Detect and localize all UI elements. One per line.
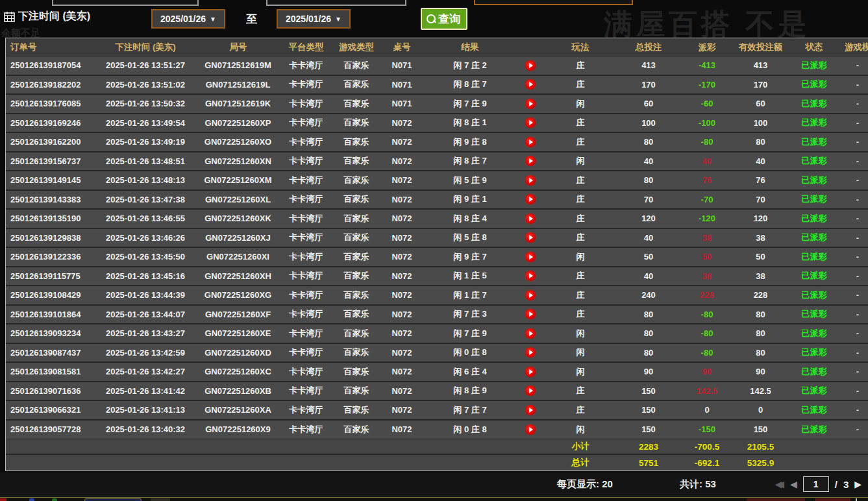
cell-result: 闲 6 庄 4 [425, 363, 515, 381]
replay-video-icon[interactable] [525, 175, 536, 186]
first-page-button[interactable]: ◀◀ [775, 479, 784, 489]
cell-platform: 卡卡湾厅 [279, 229, 334, 247]
cell-play-method: 闲 [545, 153, 616, 171]
cell-total-bet: 90 [616, 363, 681, 381]
pagination-footer: 每页显示: 20 共计: 53 ◀◀ ◀ 1 / 3 ▶ [0, 472, 868, 497]
cell-status: 已派彩 [788, 306, 840, 324]
cell-replay [515, 133, 545, 151]
pager: ◀◀ ◀ 1 / 3 ▶ [775, 476, 862, 492]
cell-order-no: 250126139143383 [6, 191, 93, 209]
replay-video-icon[interactable] [525, 328, 536, 339]
cell-order-no: 250126139176085 [6, 95, 93, 113]
cell-game-mode: - [840, 210, 868, 228]
cell-replay [515, 286, 545, 304]
cell-game-mode: - [840, 153, 868, 171]
cell-order-no: 250126139149145 [6, 171, 93, 189]
cell-bet-time: 2025-01-26 13:49:19 [93, 133, 197, 151]
cell-play-method: 庄 [545, 210, 616, 228]
cell-play-method: 庄 [545, 56, 616, 75]
replay-video-icon[interactable] [525, 156, 536, 166]
cell-result: 闲 7 庄 9 [425, 95, 515, 113]
cell-replay [515, 171, 545, 189]
bet-record-row: 250126139129838 2025-01-26 13:46:26 GN07… [6, 229, 868, 249]
bet-record-row: 250126139187054 2025-01-26 13:51:27 GN07… [6, 56, 868, 76]
replay-video-icon[interactable] [525, 79, 536, 90]
cell-replay [515, 306, 545, 324]
cell-valid-bet: 0 [733, 401, 788, 419]
cell-order-no: 250126139162200 [6, 133, 93, 151]
replay-video-icon[interactable] [525, 309, 536, 319]
replay-video-icon[interactable] [525, 117, 536, 128]
cell-result: 闲 5 庄 9 [425, 171, 515, 189]
replay-video-icon[interactable] [525, 60, 536, 71]
bet-record-row: 250126139182202 2025-01-26 13:51:02 GN07… [6, 76, 868, 95]
replay-video-icon[interactable] [525, 194, 536, 204]
previous-page-button[interactable]: ◀ [790, 479, 797, 489]
cell-payout: 142.5 [681, 382, 733, 400]
replay-video-icon[interactable] [525, 232, 536, 243]
next-page-button[interactable]: ▶ [854, 479, 862, 489]
date-to-select[interactable]: 2025/01/26 ▼ [277, 9, 351, 29]
replay-video-icon[interactable] [525, 405, 536, 415]
cell-table-no: N072 [379, 171, 425, 189]
replay-video-icon[interactable] [525, 214, 536, 224]
cell-game-type: 百家乐 [334, 133, 379, 151]
cell-play-method: 庄 [545, 171, 616, 189]
cell-round-no: GN072251260XM [197, 171, 279, 189]
cell-bet-time: 2025-01-26 13:41:13 [93, 401, 197, 419]
bet-record-row: 250126139101864 2025-01-26 13:44:07 GN07… [6, 306, 868, 325]
cell-platform: 卡卡湾厅 [279, 267, 334, 286]
cell-replay [515, 382, 545, 400]
replay-video-icon[interactable] [525, 347, 536, 358]
cell-replay [515, 56, 545, 75]
cell-replay [515, 248, 545, 266]
cell-replay [515, 363, 545, 381]
cell-play-method: 庄 [545, 382, 616, 400]
replay-video-icon[interactable] [525, 367, 536, 377]
replay-video-icon[interactable] [525, 252, 536, 262]
col-header-round-no: 局号 [197, 38, 279, 56]
cell-bet-time: 2025-01-26 13:44:07 [93, 306, 197, 324]
col-header-order-no: 订单号 [6, 38, 93, 56]
cell-replay [515, 76, 545, 94]
cell-round-no: GN072251260XJ [197, 229, 279, 247]
current-page-input[interactable]: 1 [803, 476, 829, 492]
betting-records-page: 满屋百搭 不是 余额不足 Bryn 下注时间 (美东) 2025/01/26 [0, 0, 868, 501]
cell-valid-bet: 170 [733, 76, 788, 94]
cell-order-no: 250126139156737 [6, 153, 93, 171]
cell-bet-time: 2025-01-26 13:46:55 [93, 210, 197, 228]
bet-record-row: 250126139081581 2025-01-26 13:42:27 GN07… [6, 363, 868, 382]
grand-total-total-bet: 5751 [616, 455, 681, 470]
cell-total-bet: 100 [616, 114, 681, 132]
grand-total-valid-bet: 5325.9 [733, 455, 788, 470]
replay-video-icon[interactable] [525, 290, 536, 300]
cell-platform: 卡卡湾厅 [279, 286, 334, 304]
cell-platform: 卡卡湾厅 [279, 191, 334, 209]
bet-record-row: 250126139122336 2025-01-26 13:45:50 GN07… [6, 248, 868, 267]
col-header-bet-time: 下注时间 (美东) [93, 38, 197, 56]
date-from-select[interactable]: 2025/01/26 ▼ [151, 9, 225, 29]
cell-game-mode: - [840, 248, 868, 266]
cell-result: 闲 7 庄 7 [425, 401, 515, 419]
cell-play-method: 闲 [545, 95, 616, 113]
query-button[interactable]: 查询 [421, 8, 467, 30]
cell-game-mode: - [840, 56, 868, 75]
cell-payout: 228 [681, 286, 733, 304]
cell-table-no: N072 [379, 191, 425, 209]
cell-total-bet: 40 [616, 153, 681, 171]
replay-video-icon[interactable] [525, 385, 536, 396]
grand-total-row: 总计 5751 -692.1 5325.9 [6, 455, 868, 470]
replay-video-icon[interactable] [525, 137, 536, 147]
page-separator: / [835, 479, 837, 490]
cell-result: 闲 7 庄 9 [425, 324, 515, 343]
date-to-value: 2025/01/26 [286, 14, 331, 24]
cell-game-type: 百家乐 [334, 114, 379, 132]
cell-table-no: N072 [379, 401, 425, 419]
replay-video-icon[interactable] [525, 424, 536, 435]
col-header-replay [515, 38, 545, 56]
cell-platform: 卡卡湾厅 [279, 210, 334, 228]
cell-round-no: GN072251260XE [197, 324, 279, 343]
cell-status: 已派彩 [788, 76, 840, 94]
replay-video-icon[interactable] [525, 271, 536, 281]
replay-video-icon[interactable] [525, 99, 536, 109]
